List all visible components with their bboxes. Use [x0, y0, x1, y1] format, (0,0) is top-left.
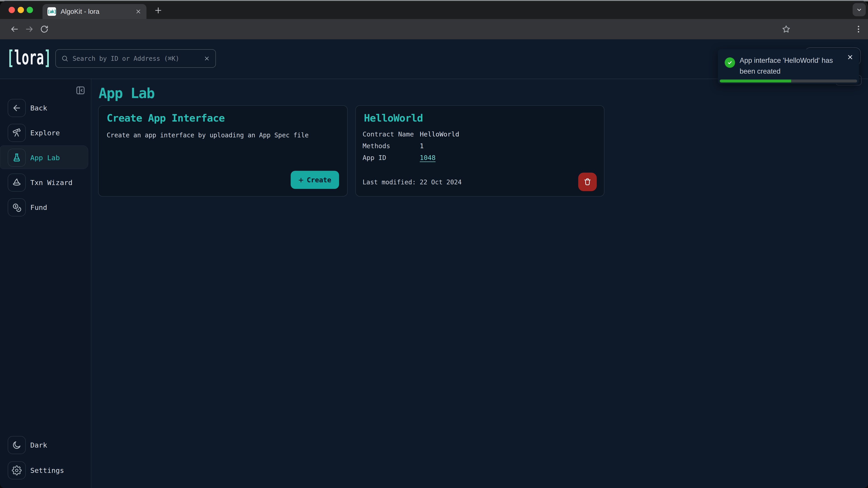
app-id-row: App ID1048 — [363, 154, 436, 162]
back-button[interactable] — [10, 25, 19, 34]
sidebar-collapse-button[interactable] — [75, 85, 86, 96]
create-app-interface-card: Create App Interface Create an app inter… — [98, 105, 348, 197]
sidebar-item-back[interactable]: Back — [8, 99, 47, 117]
success-check-icon — [725, 57, 735, 68]
methods-row: Methods1 — [363, 142, 424, 150]
sidebar-item-app-lab[interactable]: App Lab — [8, 149, 60, 167]
flask-icon — [8, 149, 26, 167]
tab-favicon-icon: [ak] — [48, 7, 56, 16]
arrow-forward-icon — [25, 25, 34, 34]
toast-progress-fill — [720, 79, 791, 83]
browser-tab[interactable]: [ak] AlgoKit - lora — [42, 4, 147, 19]
moon-icon — [8, 436, 26, 454]
sidebar-item-fund[interactable]: Fund — [8, 198, 47, 217]
dots-vertical-icon — [854, 25, 863, 34]
coins-icon — [8, 198, 26, 217]
maximize-window-light[interactable] — [27, 7, 33, 13]
sidebar-item-txn-wizard[interactable]: Txn Wizard — [8, 173, 72, 192]
toast-notification: App interface 'HelloWorld' has been crea… — [718, 49, 859, 84]
create-card-title: Create App Interface — [107, 112, 225, 124]
app-card-title: HelloWorld — [364, 112, 423, 124]
bookmark-star-icon[interactable] — [782, 25, 791, 34]
sidebar-item-settings[interactable]: Settings — [8, 461, 64, 480]
tab-strip: [ak] AlgoKit - lora — [0, 1, 868, 19]
reload-icon — [40, 25, 49, 34]
search-box[interactable] — [55, 49, 216, 68]
tab-search-button[interactable] — [852, 3, 866, 16]
tab-close-icon[interactable] — [135, 8, 142, 15]
create-button[interactable]: + Create — [291, 171, 339, 189]
delete-app-interface-button[interactable] — [578, 173, 597, 191]
gear-icon — [8, 461, 26, 480]
reload-button[interactable] — [40, 25, 49, 34]
search-icon — [61, 55, 68, 62]
page-title: App Lab — [98, 85, 154, 101]
wizard-hat-icon — [8, 173, 26, 192]
new-tab-button[interactable] — [153, 5, 164, 16]
minimize-window-light[interactable] — [18, 7, 24, 13]
plus-icon: + — [298, 175, 304, 184]
browser-window: [ak] AlgoKit - lora lora.algokit.i — [0, 1, 868, 488]
telescope-icon — [8, 124, 26, 142]
arrow-back-icon — [10, 25, 19, 34]
sidebar-item-explore[interactable]: Explore — [8, 124, 60, 142]
panel-collapse-icon — [75, 85, 86, 96]
toast-progress-track — [720, 79, 857, 83]
arrow-left-icon — [8, 99, 26, 117]
close-window-light[interactable] — [8, 7, 15, 13]
search-clear-icon[interactable] — [204, 55, 210, 62]
last-modified-text: Last modified: 22 Oct 2024 — [363, 178, 462, 186]
tab-title: AlgoKit - lora — [61, 8, 131, 15]
trash-icon — [583, 177, 592, 187]
sidebar-item-dark-mode[interactable]: Dark — [8, 436, 47, 454]
create-card-description: Create an app interface by uploading an … — [107, 131, 309, 139]
browser-menu-button[interactable] — [854, 25, 863, 34]
app-interface-card: HelloWorld Contract NameHelloWorld Metho… — [355, 105, 604, 197]
toast-close-icon[interactable] — [847, 54, 854, 61]
search-input[interactable] — [72, 55, 199, 62]
app-id-link[interactable]: 1048 — [420, 154, 436, 162]
chevron-down-icon — [855, 6, 863, 13]
lora-logo: [lora] — [7, 47, 51, 68]
contract-name-row: Contract NameHelloWorld — [363, 130, 459, 138]
forward-button[interactable] — [25, 25, 34, 34]
toast-message: App interface 'HelloWorld' has been crea… — [740, 55, 846, 77]
browser-toolbar: lora.algokit.io/app-lab Incognito — [0, 19, 868, 39]
